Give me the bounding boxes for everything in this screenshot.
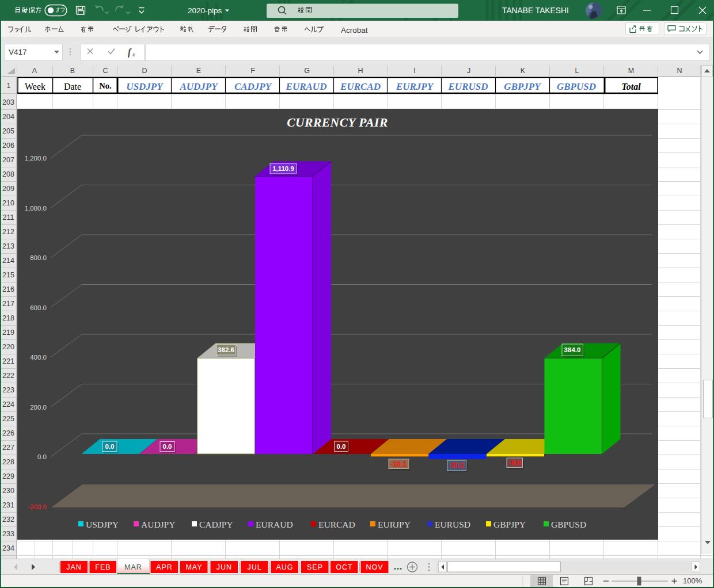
svg-text:EURUSD: EURUSD: [435, 520, 470, 529]
svg-text:F: F: [250, 67, 255, 75]
svg-text:214: 214: [2, 257, 14, 265]
svg-text:225: 225: [2, 415, 14, 423]
svg-text:FEB: FEB: [95, 563, 111, 571]
svg-text:Total: Total: [621, 82, 641, 91]
svg-text:1,000.0: 1,000.0: [25, 205, 47, 212]
svg-text:EURCAD: EURCAD: [340, 81, 381, 92]
svg-text:226: 226: [2, 429, 14, 437]
svg-text:APR: APR: [156, 563, 173, 571]
svg-text:223: 223: [2, 386, 14, 394]
svg-text:Acrobat: Acrobat: [341, 26, 368, 35]
svg-text:204: 204: [2, 113, 14, 121]
svg-text:I: I: [413, 67, 415, 75]
svg-text:C: C: [102, 67, 108, 75]
svg-text:0.0: 0.0: [37, 453, 47, 460]
svg-text:382.6: 382.6: [218, 346, 234, 353]
svg-text:200.0: 200.0: [30, 404, 47, 411]
svg-text:229: 229: [2, 472, 14, 480]
svg-text:212: 212: [2, 228, 14, 236]
svg-text:224: 224: [2, 400, 14, 408]
svg-text:Date: Date: [64, 82, 81, 91]
svg-text:600.0: 600.0: [30, 304, 47, 311]
svg-text:219: 219: [2, 329, 14, 337]
svg-text:EURCAD: EURCAD: [318, 520, 355, 529]
svg-text:AUDJPY: AUDJPY: [141, 520, 175, 529]
svg-text:-9.9: -9.9: [509, 459, 521, 467]
svg-text:222: 222: [2, 372, 14, 380]
svg-text:210: 210: [2, 199, 14, 207]
svg-text:2020-pips: 2020-pips: [188, 6, 222, 15]
svg-text:230: 230: [2, 487, 14, 495]
svg-text:USDJPY: USDJPY: [126, 81, 164, 92]
svg-text:D: D: [142, 67, 147, 75]
svg-text:CADJPY: CADJPY: [234, 81, 272, 92]
svg-text:208: 208: [2, 170, 14, 178]
svg-text:800.0: 800.0: [30, 254, 47, 261]
svg-text:234: 234: [2, 544, 14, 552]
svg-text:217: 217: [2, 300, 14, 308]
svg-text:B: B: [70, 67, 75, 75]
svg-text:NOV: NOV: [366, 563, 383, 571]
svg-text:L: L: [575, 67, 579, 75]
svg-text:207: 207: [2, 156, 14, 164]
svg-text:231: 231: [2, 501, 14, 509]
svg-text:220: 220: [2, 343, 14, 351]
svg-text:MAR: MAR: [124, 563, 142, 571]
svg-text:206: 206: [2, 142, 14, 150]
svg-text:A: A: [32, 67, 37, 75]
svg-text:232: 232: [2, 516, 14, 524]
svg-text:GBPJPY: GBPJPY: [493, 520, 526, 529]
svg-text:USDJPY: USDJPY: [86, 520, 119, 529]
svg-text:1: 1: [7, 82, 11, 90]
svg-text:M: M: [628, 67, 634, 75]
svg-text:CURRENCY PAIR: CURRENCY PAIR: [287, 116, 388, 129]
svg-text:J: J: [467, 67, 470, 75]
svg-text:JAN: JAN: [66, 563, 82, 571]
svg-text:JUL: JUL: [247, 563, 261, 571]
svg-text:400.0: 400.0: [30, 354, 47, 361]
svg-text:0.0: 0.0: [337, 443, 346, 450]
svg-text:CADJPY: CADJPY: [199, 520, 233, 529]
svg-text:H: H: [358, 67, 363, 75]
svg-text:SEP: SEP: [307, 563, 323, 571]
svg-text:EURAUD: EURAUD: [256, 520, 293, 529]
svg-text:227: 227: [2, 444, 14, 452]
svg-text:GBPUSD: GBPUSD: [557, 81, 596, 92]
svg-text:-20.2: -20.2: [449, 461, 465, 469]
svg-text:216: 216: [2, 285, 14, 293]
svg-text:228: 228: [2, 458, 14, 466]
svg-text:203: 203: [2, 98, 14, 106]
svg-text:Week: Week: [25, 82, 45, 91]
svg-text:215: 215: [2, 271, 14, 279]
svg-text:218: 218: [2, 314, 14, 322]
svg-text:EURJPY: EURJPY: [396, 81, 434, 92]
svg-text:209: 209: [2, 185, 14, 193]
svg-text:K: K: [521, 67, 526, 75]
svg-text:EURAUD: EURAUD: [286, 81, 327, 92]
svg-text:AUG: AUG: [276, 563, 293, 571]
svg-text:JUN: JUN: [217, 563, 232, 571]
svg-text:233: 233: [2, 530, 14, 538]
svg-text:0.0: 0.0: [105, 443, 115, 450]
svg-text:-10.1: -10.1: [391, 460, 407, 468]
svg-text:221: 221: [2, 357, 14, 365]
svg-text:AUDJPY: AUDJPY: [179, 81, 218, 92]
svg-text:x: x: [132, 51, 135, 58]
svg-text:N: N: [677, 67, 682, 75]
svg-text:1,110.9: 1,110.9: [272, 165, 294, 172]
svg-text:GBPUSD: GBPUSD: [551, 520, 586, 529]
svg-text:-200.0: -200.0: [28, 503, 47, 510]
svg-text:205: 205: [2, 127, 14, 135]
svg-text:MAY: MAY: [185, 563, 202, 571]
svg-text:EURJPY: EURJPY: [378, 520, 411, 529]
svg-text:E: E: [196, 67, 201, 75]
svg-text:EURUSD: EURUSD: [448, 81, 488, 92]
svg-text:TANABE TAKESHI: TANABE TAKESHI: [502, 6, 569, 15]
svg-text:211: 211: [3, 213, 14, 222]
svg-text:GBPJPY: GBPJPY: [504, 81, 541, 92]
svg-text:213: 213: [2, 242, 14, 250]
svg-text:1,200.0: 1,200.0: [25, 155, 47, 162]
svg-text:0.0: 0.0: [163, 443, 172, 450]
svg-text:No.: No.: [99, 81, 111, 90]
svg-text:100%: 100%: [683, 576, 702, 585]
